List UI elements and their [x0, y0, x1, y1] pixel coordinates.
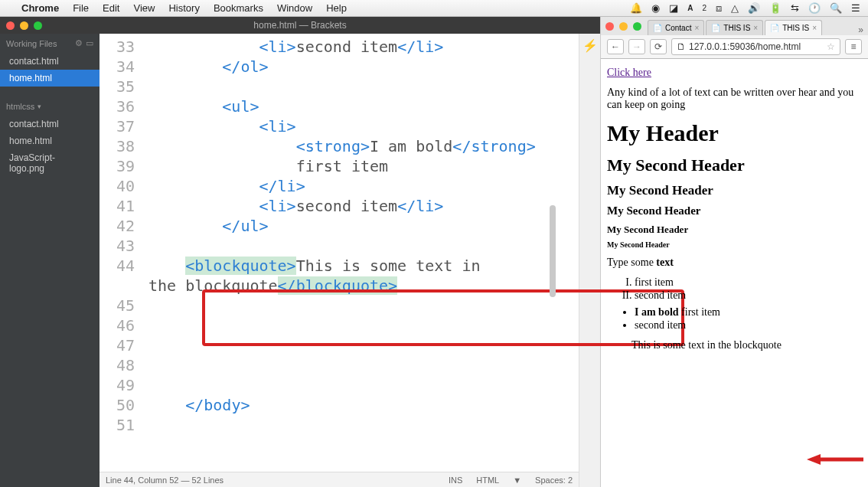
address-bar[interactable]: 🗋 127.0.0.1:59036/home.html ☆ [671, 38, 840, 55]
line-number: 33 [100, 37, 148, 57]
app-icon[interactable]: ◪ [669, 2, 678, 14]
tab-this-is-2[interactable]: 📄 THIS IS× [765, 20, 822, 35]
line-number [100, 276, 148, 296]
search-icon[interactable]: 🔍 [830, 2, 842, 14]
menubar-view[interactable]: View [133, 2, 155, 14]
forward-button[interactable]: → [628, 39, 645, 54]
code-line[interactable]: 45 [100, 296, 579, 315]
number-icon[interactable]: 2 [702, 4, 706, 12]
hamburger-menu-icon[interactable]: ≡ [845, 39, 862, 54]
menubar-status-icons: 🔔 ◉ ◪ A 2 ⧈ △ 🔊 🔋 ⇆ 🕐 🔍 ☰ [630, 2, 860, 15]
close-tab-icon[interactable]: × [694, 24, 699, 32]
working-file-home[interactable]: home.html [0, 70, 100, 87]
code-line[interactable]: 43 [100, 236, 579, 256]
project-header[interactable]: htmlcss ▾ [0, 97, 100, 116]
code-line[interactable]: 51 [100, 415, 579, 435]
bookmark-star-icon[interactable]: ☆ [827, 41, 835, 52]
insert-mode[interactable]: INS [449, 476, 462, 485]
split-icon[interactable]: ▭ [86, 38, 93, 48]
minimize-icon[interactable] [619, 22, 628, 31]
line-number: 38 [100, 136, 148, 156]
code-line[interactable]: 38 <strong>I am bold</strong> [100, 136, 579, 156]
code-line[interactable]: 49 [100, 375, 579, 395]
chrome-window: 📄 Contact× 📄 THIS IS× 📄 THIS IS× » ← → ⟳ [600, 17, 868, 487]
line-number: 34 [100, 57, 148, 77]
code-line[interactable]: 47 [100, 335, 579, 355]
code-editor[interactable]: 33 <li>second item</li>34 </ol>3536 <ul>… [100, 34, 579, 487]
code-line[interactable]: 41 <li>second item</li> [100, 196, 579, 216]
maximize-icon[interactable] [633, 22, 641, 31]
line-number: 41 [100, 196, 148, 216]
drive-icon[interactable]: △ [731, 2, 739, 14]
page-icon: 🗋 [677, 41, 686, 52]
volume-icon[interactable]: 🔊 [748, 2, 760, 14]
chrome-menu-icon[interactable]: » [858, 25, 863, 35]
code-line[interactable]: 46 [100, 315, 579, 335]
menubar-app[interactable]: Chrome [21, 2, 59, 14]
menubar-history[interactable]: History [168, 2, 199, 14]
menubar-file[interactable]: File [73, 2, 89, 14]
reload-button[interactable]: ⟳ [650, 39, 667, 54]
code-line[interactable]: 35 [100, 77, 579, 96]
list-item: first item [635, 276, 862, 289]
menubar-window[interactable]: Window [277, 2, 312, 14]
code-line[interactable]: 44 <blockquote>This is some text in [100, 256, 579, 276]
live-preview-icon[interactable]: ⚡ [582, 38, 598, 53]
line-number: 37 [100, 116, 148, 136]
close-tab-icon[interactable]: × [812, 24, 817, 32]
page-icon: 📄 [711, 24, 720, 32]
ordered-list: first item second item [635, 276, 862, 302]
brackets-right-toolbar: ⚡ [579, 34, 600, 487]
line-number: 45 [100, 296, 148, 315]
link-click-here[interactable]: Click here [607, 67, 651, 78]
project-file-home[interactable]: home.html [0, 132, 100, 149]
project-file-contact[interactable]: contact.html [0, 116, 100, 132]
code-line[interactable]: 39 first item [100, 156, 579, 176]
line-number: 43 [100, 236, 148, 256]
battery-icon[interactable]: 🔋 [769, 2, 782, 14]
maximize-icon[interactable] [34, 21, 42, 30]
window-title: home.html — Brackets [0, 20, 600, 31]
brackets-sidebar: Working Files ⚙ ▭ contact.html home.html… [0, 34, 100, 487]
code-line[interactable]: 33 <li>second item</li> [100, 37, 579, 57]
mac-menubar: Chrome File Edit View History Bookmarks … [0, 0, 868, 17]
annotation-arrow-icon [807, 453, 863, 466]
dropbox-icon[interactable]: ⧈ [716, 2, 722, 15]
code-line[interactable]: 50 </body> [100, 395, 579, 415]
notification-icon[interactable]: 🔔 [630, 2, 642, 14]
clock-icon[interactable]: 🕐 [808, 2, 821, 14]
close-icon[interactable] [6, 21, 15, 30]
code-line[interactable]: 42 </ul> [100, 216, 579, 236]
code-line[interactable]: 48 [100, 355, 579, 375]
menubar-help[interactable]: Help [326, 2, 347, 14]
adobe-icon[interactable]: A [687, 4, 693, 12]
code-line[interactable]: the blockquote</blockquote> [100, 276, 579, 296]
language-mode[interactable]: HTML [476, 476, 499, 485]
project-file-logo[interactable]: JavaScript-logo.png [0, 149, 100, 177]
gear-icon[interactable]: ⚙ [75, 38, 83, 48]
scrollbar[interactable] [548, 37, 556, 469]
page-h3: My Second Header [607, 183, 862, 198]
working-file-contact[interactable]: contact.html [0, 53, 100, 70]
back-button[interactable]: ← [607, 39, 624, 54]
dropdown-icon[interactable]: ▼ [513, 476, 521, 485]
tab-contact[interactable]: 📄 Contact× [648, 20, 704, 35]
working-files-header[interactable]: Working Files ⚙ ▭ [0, 34, 100, 53]
code-line[interactable]: 40 </li> [100, 176, 579, 196]
code-line[interactable]: 36 <ul> [100, 96, 579, 116]
menubar-bookmarks[interactable]: Bookmarks [214, 2, 263, 14]
list-item: second item [635, 319, 862, 332]
circle-icon[interactable]: ◉ [651, 2, 660, 14]
indent-setting[interactable]: Spaces: 2 [535, 476, 573, 485]
menubar-edit[interactable]: Edit [103, 2, 119, 14]
tab-this-is-1[interactable]: 📄 THIS IS× [706, 20, 763, 35]
wifi-icon[interactable]: ⇆ [791, 2, 799, 14]
minimize-icon[interactable] [20, 21, 28, 30]
rendered-page: Click here Any kind of a lot of text can… [601, 59, 868, 487]
code-line[interactable]: 34 </ol> [100, 57, 579, 77]
menu-icon[interactable]: ☰ [851, 2, 860, 14]
close-tab-icon[interactable]: × [753, 24, 758, 32]
close-icon[interactable] [605, 22, 614, 31]
scrollbar-thumb[interactable] [550, 205, 556, 297]
code-line[interactable]: 37 <li> [100, 116, 579, 136]
